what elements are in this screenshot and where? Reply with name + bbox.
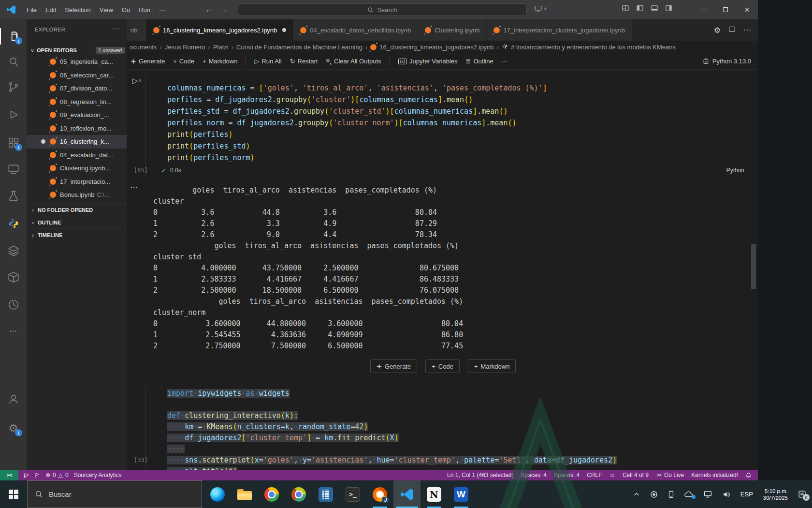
command-search-box[interactable]: Search [238, 3, 527, 16]
network-icon[interactable] [704, 490, 712, 498]
taskbar-app-calculator[interactable] [312, 480, 339, 508]
code-cell-2[interactable]: import·ipywidgets·as·widgetsdef·clusteri… [167, 388, 617, 470]
feedback-smiley-icon[interactable]: ☺ [609, 472, 615, 478]
breadcrumb[interactable]: ocuments›Jesus Romero›Platzi›Curso de Fu… [127, 41, 758, 53]
run-all-button[interactable]: ▷Run All [254, 58, 281, 65]
indentation-b[interactable]: Spaces: 4 [554, 472, 580, 478]
close-button[interactable]: × [736, 0, 758, 19]
outline-button[interactable]: ≣Outline [466, 58, 493, 65]
open-remote-window-button[interactable]: ∨ [534, 4, 547, 13]
open-editor-item[interactable]: 04_escalado_dat... [27, 149, 127, 162]
activity-source-control-icon[interactable] [0, 79, 27, 95]
maximize-button[interactable] [714, 0, 736, 19]
remote-indicator[interactable]: >< [0, 470, 18, 480]
activity-clock-icon[interactable] [0, 297, 27, 313]
activity-run-debug-icon[interactable] [0, 106, 27, 123]
minimize-button[interactable] [693, 0, 714, 19]
open-editor-item[interactable]: 10_reflexion_mo... [27, 122, 127, 135]
toggle-sidebar-icon[interactable] [636, 4, 644, 12]
tab-partial[interactable]: nb [127, 19, 146, 41]
sourcery-flag-icon[interactable] [34, 472, 40, 478]
menu-view[interactable]: View [95, 4, 117, 15]
activity-layers-icon[interactable] [0, 242, 27, 259]
activity-remote-explorer-icon[interactable] [0, 161, 27, 178]
indentation-a[interactable]: Spaces: 4 [521, 472, 547, 478]
menu-file[interactable]: File [22, 4, 41, 15]
open-editor-item[interactable]: Bonus.ipynbC:\... [27, 188, 127, 202]
sidebar-more-actions[interactable]: ··· [112, 25, 120, 32]
open-editor-item[interactable]: 07_division_dato... [27, 82, 127, 95]
activity-account-icon[interactable] [0, 391, 27, 407]
breadcrumb-item[interactable]: ocuments [130, 44, 157, 51]
tab-Clustering.ipynb[interactable]: Clustering.ipynb [418, 19, 486, 41]
breadcrumb-item[interactable]: Jesus Romero [165, 44, 205, 51]
run-cell-button[interactable]: ▷∨ [132, 76, 142, 85]
open-editor-item[interactable]: 16_clustering_k... [27, 135, 127, 149]
cell-position[interactable]: Cell 4 of 9 [623, 472, 649, 478]
taskbar-app-browser-j[interactable]: J [366, 480, 393, 508]
tab-04_escalado_datos_cebollitas.ipynb[interactable]: 04_escalado_datos_cebollitas.ipynb [293, 19, 418, 41]
add-code-cell-button[interactable]: +Code [425, 359, 460, 373]
tab-16_clustering_kmeans_jugadores2.ipynb[interactable]: 16_clustering_kmeans_jugadores2.ipynb [146, 19, 293, 41]
record-icon[interactable] [650, 491, 658, 498]
go-live-button[interactable]: Go Live [656, 472, 684, 478]
toolbar-more-button[interactable]: ··· [502, 58, 508, 65]
sourcery-analytics[interactable]: Sourcery Analytics [74, 472, 122, 478]
forward-arrow-icon[interactable]: → [220, 5, 228, 14]
activity-settings-icon[interactable]: ⚙1 [0, 420, 27, 436]
eol-indicator[interactable]: CRLF [587, 472, 602, 478]
add-markdown-cell-button[interactable]: +Markdown [468, 359, 516, 373]
kernel-picker[interactable]: Python 3.13.0 [702, 58, 758, 65]
breadcrumb-item[interactable]: Platzi [213, 44, 229, 51]
jupyter-variables-button[interactable]: (x)Jupyter Variables [398, 58, 458, 65]
taskbar-app-terminal[interactable]: >_ [339, 480, 366, 508]
open-editor-item[interactable]: 06_seleccion_car... [27, 69, 127, 82]
taskbar-app-file-explorer[interactable] [231, 480, 258, 508]
cursor-position[interactable]: Ln 1, Col 1 (463 selected) [447, 472, 513, 478]
taskbar-app-edge[interactable] [204, 480, 231, 508]
open-editor-item[interactable]: 17_interpretacio... [27, 175, 127, 189]
start-button[interactable] [0, 480, 27, 508]
taskbar-app-word[interactable]: W [448, 480, 475, 508]
problems-indicator[interactable]: ⊗0 △0 [45, 472, 69, 478]
add-code-cell-button[interactable]: +Code [173, 58, 194, 65]
taskbar-app-chrome[interactable] [258, 480, 285, 508]
cell-language-picker[interactable]: Python [726, 167, 744, 174]
menu-selection[interactable]: Selection [60, 4, 95, 15]
menu-go[interactable]: Go [117, 4, 134, 15]
activity-more-icon[interactable]: ··· [0, 323, 27, 340]
toggle-secondary-sidebar-icon[interactable] [665, 4, 673, 12]
section-outline[interactable]: ›OUTLINE [27, 216, 127, 228]
activity-explorer-icon[interactable]: 1 [0, 28, 27, 45]
add-markdown-cell-button[interactable]: +Markdown [203, 58, 238, 65]
breadcrumb-cell-ref[interactable]: # Instanciamiento y entrenamiento de los… [511, 44, 676, 51]
source-control-branch-icon[interactable] [23, 472, 29, 478]
clear-all-outputs-button[interactable]: ≡xClear All Outputs [326, 57, 381, 66]
taskbar-search-box[interactable]: Buscar [27, 480, 202, 508]
bell-icon[interactable] [745, 472, 752, 478]
taskbar-app-vscode[interactable] [393, 480, 420, 508]
clock[interactable]: 5:10 p.m. 30/7/2025 [763, 488, 788, 501]
output-more-actions[interactable]: ··· [130, 184, 138, 191]
taskbar-app-notion[interactable]: N [420, 480, 448, 508]
menu-more[interactable]: ··· [155, 4, 170, 15]
activity-search-icon[interactable] [0, 54, 27, 70]
breadcrumb-item[interactable]: Curso de Fundamentos de Machine Learning [236, 44, 362, 51]
open-editor-item[interactable]: 08_regresion_lin... [27, 95, 127, 109]
taskbar-app-chrome-dev[interactable] [285, 480, 312, 508]
activity-package-icon[interactable] [0, 269, 27, 285]
split-editor-icon[interactable] [728, 26, 736, 35]
breadcrumb-file[interactable]: 16_clustering_kmeans_jugadores2.ipynb [379, 44, 493, 51]
volume-icon[interactable] [722, 491, 730, 498]
generate-button[interactable]: Generate [370, 359, 417, 373]
customize-layout-icon[interactable] [622, 4, 629, 12]
tab-settings-gear-icon[interactable]: ⚙ [714, 26, 721, 35]
code-cell-1[interactable]: columnas_numericas = ['goles', 'tiros_al… [167, 82, 547, 164]
section-no-folder-opened[interactable]: ›NO FOLDER OPENED [27, 203, 127, 216]
activity-python-icon[interactable] [0, 215, 27, 232]
notification-center-button[interactable]: 6 [798, 490, 806, 498]
tab-more-actions[interactable]: ··· [743, 26, 751, 34]
open-editor-item[interactable]: 05_ingenieria_ca... [27, 55, 127, 69]
keyboard-language[interactable]: ESP [740, 491, 753, 498]
onedrive-icon[interactable] [684, 491, 694, 498]
